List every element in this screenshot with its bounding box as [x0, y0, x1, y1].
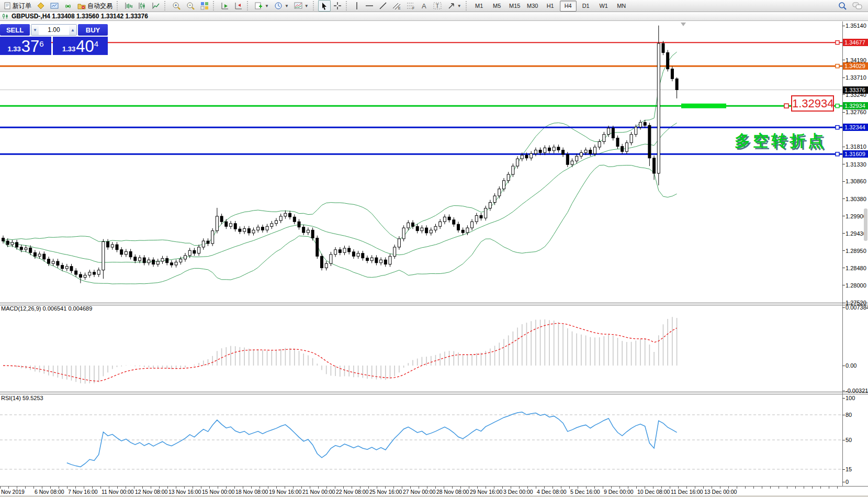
candle-body — [97, 270, 100, 274]
candle-body — [88, 272, 91, 275]
sell-button[interactable]: SELL — [0, 24, 30, 36]
candle-body — [453, 220, 455, 224]
candle-body — [339, 250, 341, 253]
candle-body — [230, 224, 232, 227]
candle-body — [362, 253, 364, 258]
candle-body — [261, 227, 264, 230]
candle-body — [61, 266, 64, 269]
line-anchor-handle — [836, 152, 839, 156]
candle-body — [635, 127, 637, 135]
line-anchor-handle — [836, 64, 839, 68]
candle-body — [461, 230, 464, 233]
candle-body — [471, 222, 474, 228]
price-box-annotation[interactable]: 1.32934 — [791, 95, 834, 112]
candle-body — [352, 252, 355, 256]
candle-body — [38, 254, 41, 256]
candle-body — [2, 238, 5, 241]
candle-body — [139, 258, 141, 261]
candle-body — [166, 258, 168, 262]
candle-body — [307, 230, 309, 233]
candle-body — [111, 245, 114, 247]
candle-body — [107, 242, 109, 247]
candle-body — [211, 231, 214, 244]
candle-body — [662, 43, 664, 52]
candle-body — [311, 230, 314, 238]
candle-body — [252, 230, 255, 233]
buy-button[interactable]: BUY — [78, 24, 108, 36]
volume-field[interactable]: 1.00 — [39, 25, 69, 35]
candle-body — [557, 147, 560, 150]
candle-body — [457, 224, 460, 230]
candle-body — [289, 213, 291, 217]
candle-body — [667, 52, 669, 69]
volume-increase-button[interactable]: ▲ — [69, 25, 76, 35]
candle-body — [134, 257, 137, 261]
candle-body — [398, 239, 400, 247]
candle-body — [243, 229, 246, 232]
candle-body — [616, 138, 619, 147]
candle-body — [6, 241, 9, 245]
candle-body — [507, 174, 510, 181]
candle-body — [576, 156, 578, 161]
candle-body — [393, 247, 396, 256]
candle-body — [184, 256, 187, 259]
chart-canvas[interactable] — [0, 0, 868, 497]
candle-body — [439, 222, 442, 226]
candle-body — [102, 242, 105, 270]
candle-body — [466, 228, 469, 233]
candle-body — [534, 150, 537, 154]
candle-body — [143, 258, 145, 263]
candle-body — [598, 142, 601, 147]
candle-body — [607, 128, 610, 135]
volume-decrease-button[interactable]: ▼ — [31, 25, 39, 35]
candle-body — [539, 150, 542, 153]
candle-body — [671, 69, 673, 79]
candle-body — [475, 216, 478, 222]
candle-body — [84, 275, 86, 277]
candle-body — [489, 203, 491, 208]
candle-body — [584, 150, 587, 153]
candle-body — [603, 135, 605, 142]
candle-body — [348, 248, 351, 252]
bid-price-big: 37 — [21, 38, 39, 55]
candle-body — [434, 226, 437, 230]
candle-body — [175, 262, 177, 265]
candle-body — [389, 256, 391, 264]
candle-body — [193, 250, 196, 253]
candle-body — [65, 267, 68, 269]
candle-body — [402, 228, 405, 239]
line-anchor-handle — [836, 104, 839, 108]
candle-body — [129, 251, 132, 257]
price-box-anchor — [784, 104, 788, 108]
candle-body — [653, 158, 656, 173]
candle-body — [416, 226, 419, 230]
candle-body — [621, 147, 624, 152]
candle-body — [120, 250, 123, 255]
bid-price-block[interactable]: 1.33 37 6 — [0, 37, 51, 55]
bid-price-small: 1.33 — [7, 45, 20, 53]
candle-body — [207, 241, 209, 244]
ask-price-block[interactable]: 1.33 40 4 — [53, 37, 108, 55]
bollinger-upper-band — [3, 52, 677, 245]
rsi-line — [67, 412, 677, 467]
candle-body — [443, 217, 446, 222]
candle-body — [220, 216, 223, 222]
candle-body — [29, 248, 32, 252]
candle-body — [270, 224, 273, 227]
candle-body — [657, 43, 660, 173]
pivot-text-annotation[interactable]: 多空转折点 — [735, 130, 826, 152]
line-anchor-handle — [836, 41, 839, 45]
candle-body — [247, 229, 250, 233]
candle-body — [334, 250, 337, 255]
candle-body — [571, 161, 573, 164]
candle-body — [594, 147, 596, 154]
candle-body — [412, 223, 414, 226]
candle-body — [430, 230, 432, 233]
candle-body — [425, 228, 428, 233]
candle-body — [25, 248, 27, 250]
candle-body — [480, 216, 482, 218]
candle-body — [93, 272, 96, 274]
candle-body — [589, 150, 592, 154]
candle-body — [202, 241, 205, 247]
candle-body — [52, 261, 54, 263]
